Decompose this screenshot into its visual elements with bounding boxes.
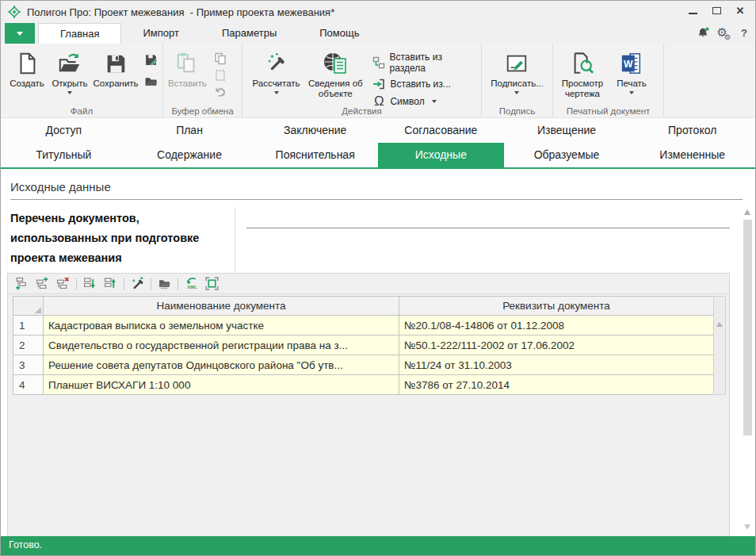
- close-button[interactable]: ✕: [728, 1, 752, 20]
- cell-document-name[interactable]: Планшет ВИСХАГИ 1:10 000: [44, 375, 399, 395]
- paste-button[interactable]: Вставить: [165, 48, 210, 91]
- globe-info-icon: [323, 50, 348, 77]
- move-row-down-button[interactable]: [82, 276, 97, 291]
- sign-button[interactable]: Подписать...: [487, 48, 547, 97]
- row-number[interactable]: 1: [13, 316, 44, 336]
- calculate-button[interactable]: Рассчитать: [250, 48, 302, 97]
- scroll-up-icon[interactable]: [744, 209, 750, 215]
- insert-row-button[interactable]: [35, 276, 50, 291]
- tab-obrazuemye[interactable]: Образуемые: [504, 143, 630, 167]
- cell-document-name[interactable]: Свидетельство о государственной регистра…: [44, 336, 399, 355]
- ribbon-group-actions: Рассчитать Сведения об объекте: [242, 44, 482, 117]
- tab-import[interactable]: Импорт: [121, 23, 200, 44]
- table-header-row: Наименование документа Реквизиты докумен…: [13, 297, 714, 316]
- documents-table: Наименование документа Реквизиты докумен…: [13, 296, 714, 395]
- maximize-button[interactable]: [704, 1, 728, 20]
- create-button[interactable]: Создать: [6, 48, 48, 91]
- paste-special-icon[interactable]: [212, 68, 228, 82]
- expand-table-button[interactable]: [204, 276, 220, 291]
- delete-row-button[interactable]: [55, 276, 71, 291]
- window-title: Полигон Про: Проект межевания - Пример п…: [27, 6, 334, 18]
- cell-document-requisites[interactable]: №3786 от 27.10.2014: [399, 375, 714, 395]
- toolbar-separator: [178, 278, 178, 290]
- tab-titulny[interactable]: Титульный: [1, 143, 127, 167]
- tab-dostup[interactable]: Доступ: [1, 118, 127, 143]
- group-label-file: Файл: [1, 106, 162, 116]
- save-button[interactable]: Сохранить: [91, 48, 140, 91]
- undo-icon[interactable]: [212, 85, 228, 99]
- row-number[interactable]: 3: [13, 355, 44, 375]
- print-button[interactable]: W Печать: [610, 48, 653, 97]
- tab-protokol[interactable]: Протокол: [629, 118, 755, 143]
- row-number[interactable]: 2: [13, 336, 44, 355]
- save-icon: [104, 50, 128, 77]
- tab-izmenennye[interactable]: Измененные: [629, 143, 755, 167]
- page-title: Исходные данные: [10, 180, 111, 194]
- cell-document-requisites[interactable]: №50.1-222/111-2002 от 17.06.2002: [399, 336, 714, 355]
- documents-field[interactable]: [246, 209, 730, 228]
- section-tab-row-2: Титульный Содержание Пояснительная Исход…: [1, 143, 755, 167]
- app-window: Полигон Про: Проект межевания - Пример п…: [0, 0, 756, 556]
- move-row-up-button[interactable]: [103, 276, 118, 291]
- main-scrollbar[interactable]: [742, 205, 754, 534]
- tab-soderzhanie[interactable]: Содержание: [127, 143, 253, 167]
- cell-document-name[interactable]: Кадастровая выписка о земельном участке: [44, 316, 399, 336]
- ribbon-group-file: Создать Открыть Сохранить: [1, 44, 163, 117]
- help-icon[interactable]: ?: [741, 27, 749, 39]
- select-all-cell[interactable]: [13, 297, 44, 316]
- tab-main[interactable]: Главная: [38, 23, 121, 44]
- signature-icon: [505, 50, 529, 77]
- documents-grid-panel: XML Наименование документа Реквизиты док…: [7, 273, 730, 538]
- insert-from-icon: [372, 78, 386, 90]
- table-row: 2 Свидетельство о государственной регист…: [13, 336, 714, 355]
- group-label-printdoc: Печатный документ: [553, 106, 663, 116]
- tab-iskhodnye[interactable]: Исходные: [378, 143, 504, 167]
- save-as-button[interactable]: [143, 52, 158, 67]
- cell-document-requisites[interactable]: №20.1/08-4-14806 от 01.12.2008: [399, 316, 714, 336]
- table-scrollbar[interactable]: [713, 296, 726, 395]
- status-text: Готово.: [9, 539, 42, 550]
- minimize-button[interactable]: [681, 1, 704, 20]
- settings-gears-icon[interactable]: ⚙⚙: [717, 25, 735, 40]
- cell-document-requisites[interactable]: №11/24 от 31.10.2003: [399, 355, 714, 375]
- insert-from-section-button[interactable]: Вставить из раздела: [372, 52, 476, 74]
- tab-izveschenie[interactable]: Извещение: [504, 118, 630, 143]
- close-icon: ✕: [736, 5, 745, 17]
- tab-soglasovanie[interactable]: Согласование: [378, 118, 504, 143]
- object-info-button[interactable]: Сведения об объекте: [302, 48, 368, 102]
- autofill-wand-button[interactable]: [130, 276, 145, 291]
- notifications-bell-icon[interactable]: [697, 26, 710, 40]
- titlebar: Полигон Про: Проект межевания - Пример п…: [1, 1, 755, 23]
- menu-tabstrip: Главная Импорт Параметры Помощь ⚙⚙ ?: [1, 23, 755, 44]
- tab-zaklyuchenie[interactable]: Заключение: [252, 118, 378, 143]
- file-menu-button[interactable]: [5, 23, 35, 44]
- group-label-sign: Подпись: [482, 106, 552, 116]
- tab-params[interactable]: Параметры: [200, 23, 298, 44]
- title-divider: [10, 199, 743, 200]
- table-row: 4 Планшет ВИСХАГИ 1:10 000 №3786 от 27.1…: [13, 375, 714, 395]
- select-all-icon: [35, 307, 41, 313]
- row-number[interactable]: 4: [13, 375, 44, 395]
- scrollbar-thumb[interactable]: [743, 220, 752, 435]
- add-row-button[interactable]: [14, 276, 29, 291]
- tab-help[interactable]: Помощь: [298, 23, 380, 44]
- chevron-down-icon: [514, 91, 519, 94]
- maximize-icon: [712, 7, 721, 14]
- cell-document-name[interactable]: Решение совета депутатов Одинцовского ра…: [44, 355, 399, 375]
- preview-drawing-button[interactable]: Просмотр чертежа: [555, 48, 610, 102]
- open-from-folder-button[interactable]: [157, 276, 172, 291]
- import-xml-button[interactable]: XML: [184, 276, 199, 291]
- column-header-requisites[interactable]: Реквизиты документа: [399, 297, 714, 316]
- toolbar-separator: [151, 278, 151, 290]
- open-button[interactable]: Открыть: [48, 48, 91, 97]
- open-recent-button[interactable]: [143, 74, 158, 88]
- toolbar-separator: [124, 278, 124, 290]
- tab-plan[interactable]: План: [127, 118, 253, 143]
- column-header-name[interactable]: Наименование документа: [44, 297, 399, 316]
- table-row: 1 Кадастровая выписка о земельном участк…: [13, 316, 714, 336]
- copy-icon[interactable]: [212, 52, 228, 66]
- scroll-down-icon[interactable]: [744, 524, 750, 530]
- app-logo-icon: [7, 5, 21, 19]
- tab-poyasnitelnaya[interactable]: Пояснительная: [252, 143, 378, 167]
- insert-from-button[interactable]: Вставить из...: [372, 78, 476, 90]
